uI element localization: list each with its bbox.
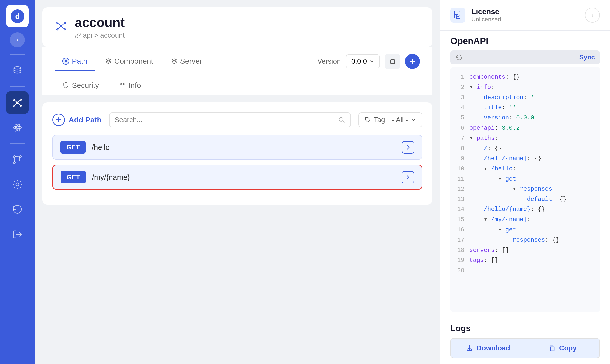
svg-line-26 [58, 23, 61, 26]
openapi-section: OpenAPI Sync 1components: {} 2▾ info: 3 … [440, 31, 610, 317]
search-icon [338, 116, 346, 124]
openapi-code-view: 1components: {} 2▾ info: 3 description: … [450, 67, 600, 312]
svg-point-12 [17, 127, 18, 128]
sidebar-item-database[interactable] [6, 59, 29, 82]
license-info: License Unlicensed [472, 7, 501, 23]
add-path-button[interactable]: + Add Path [52, 114, 102, 126]
openapi-title: OpenAPI [450, 36, 488, 46]
svg-line-11 [18, 103, 21, 106]
add-button[interactable] [405, 54, 420, 69]
path-arrow-button[interactable] [402, 141, 414, 154]
svg-line-10 [14, 103, 18, 106]
license-title: License [472, 7, 501, 16]
svg-point-35 [339, 117, 343, 121]
tab-path[interactable]: Path [55, 52, 95, 71]
sidebar-logo: d [6, 5, 29, 27]
path-row-selected[interactable]: GET /my/{name} [52, 165, 422, 190]
svg-point-40 [458, 16, 459, 17]
logs-title: Logs [450, 323, 600, 333]
sync-button[interactable]: Sync [580, 53, 595, 61]
search-box [109, 112, 351, 127]
svg-point-17 [20, 156, 22, 158]
path-text: /hello [92, 143, 402, 152]
svg-rect-32 [391, 60, 395, 64]
page-title: account [75, 15, 125, 30]
tabs-row-1: Path Component Server Ver [55, 52, 420, 71]
svg-rect-44 [551, 347, 554, 351]
sidebar-divider-3 [10, 143, 25, 144]
path-toolbar: + Add Path Tag : - All - [52, 112, 422, 127]
sidebar-item-settings[interactable] [6, 173, 29, 196]
header-card: account api > account [42, 7, 432, 47]
path-row[interactable]: GET /hello [52, 135, 422, 160]
method-badge: GET [60, 141, 86, 154]
sidebar-item-atom[interactable] [6, 116, 29, 139]
copy-icon-btn[interactable] [385, 54, 400, 69]
download-button[interactable]: Download [450, 338, 526, 358]
copy-button[interactable]: Copy [526, 338, 600, 358]
right-panel: License Unlicensed › OpenAPI Sync 1compo… [440, 0, 610, 364]
search-input[interactable] [115, 116, 334, 124]
tab-info[interactable]: Info [112, 76, 148, 95]
openapi-header: OpenAPI [450, 36, 600, 46]
breadcrumb: api > account [75, 31, 125, 39]
svg-line-36 [343, 121, 344, 123]
sidebar-item-network[interactable] [6, 91, 29, 114]
header-icon [55, 20, 68, 35]
svg-line-9 [18, 100, 21, 103]
svg-point-2 [14, 67, 21, 69]
version-select[interactable]: 0.0.0 [346, 54, 380, 68]
svg-text:d: d [15, 12, 20, 20]
sidebar-item-history[interactable] [6, 198, 29, 221]
sidebar-item-git[interactable] [6, 148, 29, 171]
sidebar-divider-1 [10, 54, 25, 55]
path-text-selected: /my/{name} [92, 173, 402, 182]
download-icon [466, 344, 473, 352]
sync-icon [456, 54, 463, 61]
method-badge-selected: GET [61, 171, 86, 183]
logs-buttons: Download Copy [450, 338, 600, 358]
path-panel: + Add Path Tag : - All - [42, 102, 432, 205]
sync-bar: Sync [450, 50, 600, 64]
license-icon [450, 8, 466, 23]
svg-point-18 [14, 162, 16, 164]
svg-point-16 [14, 156, 16, 158]
svg-line-27 [61, 23, 65, 26]
svg-line-28 [58, 26, 61, 29]
sidebar: d › [0, 0, 35, 364]
svg-point-19 [16, 183, 19, 186]
sidebar-item-logout[interactable] [6, 223, 29, 246]
tag-filter[interactable]: Tag : - All - [358, 112, 422, 127]
tab-server[interactable]: Server [163, 52, 210, 71]
license-value: Unlicensed [472, 16, 501, 23]
path-content: + Add Path Tag : - All - [35, 95, 440, 364]
version-label: Version [318, 57, 341, 65]
collapse-button[interactable]: › [585, 8, 600, 23]
license-section: License Unlicensed › [440, 0, 610, 31]
main-content: account api > account Path [35, 0, 440, 364]
svg-line-8 [14, 100, 18, 103]
tab-security[interactable]: Security [55, 76, 106, 95]
svg-point-31 [65, 60, 67, 62]
version-area: Version 0.0.0 [318, 54, 420, 69]
add-path-icon: + [52, 114, 65, 126]
copy-icon [548, 344, 556, 352]
sidebar-collapse-button[interactable]: › [10, 32, 25, 47]
tabs-area: Path Component Server Ver [42, 47, 432, 95]
path-arrow-button-selected[interactable] [402, 171, 414, 183]
chevron-down-icon [411, 117, 416, 122]
tag-icon [365, 117, 371, 123]
tabs-row-2: Security Info [55, 71, 420, 95]
tab-component[interactable]: Component [98, 52, 161, 71]
svg-line-29 [61, 26, 65, 29]
sidebar-divider-2 [10, 86, 25, 87]
logs-section: Logs Download Copy [440, 317, 610, 364]
